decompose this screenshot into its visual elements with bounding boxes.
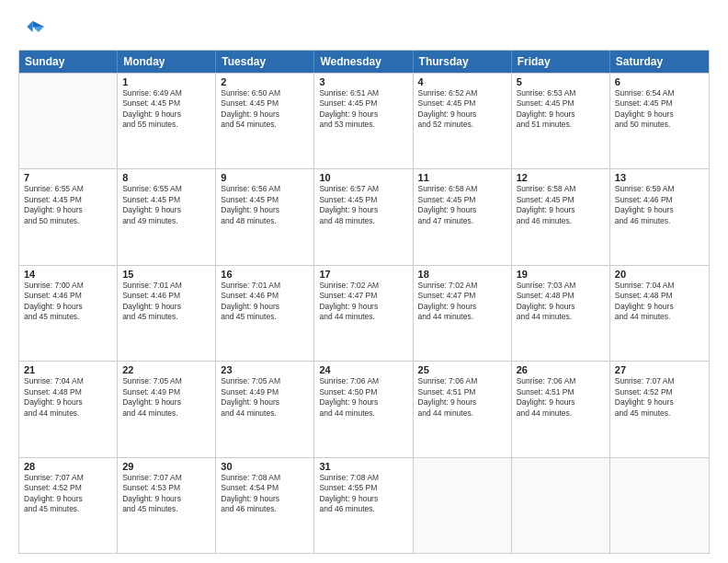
day-number: 20: [615, 269, 704, 280]
cell-info-line: and 45 minutes.: [615, 408, 704, 419]
cell-info-line: and 54 minutes.: [221, 120, 309, 130]
calendar-row-1: 1Sunrise: 6:49 AMSunset: 4:45 PMDaylight…: [19, 73, 709, 168]
cell-info-line: Sunset: 4:45 PM: [517, 195, 605, 205]
cell-info-line: Sunset: 4:51 PM: [517, 387, 605, 397]
day-number: 31: [319, 461, 407, 472]
cell-info-line: Sunrise: 6:53 AM: [517, 88, 605, 98]
cell-info-line: Sunrise: 7:07 AM: [24, 473, 112, 483]
cell-info-line: and 44 minutes.: [615, 312, 704, 322]
cell-info-line: Sunrise: 6:51 AM: [319, 88, 407, 98]
calendar-cell-r2-c5: 11Sunrise: 6:58 AMSunset: 4:45 PMDayligh…: [414, 169, 512, 264]
cell-info-line: Daylight: 9 hours: [615, 109, 704, 120]
cell-info-line: and 44 minutes.: [122, 408, 210, 419]
cell-info-line: Daylight: 9 hours: [319, 302, 407, 312]
calendar-cell-r4-c3: 23Sunrise: 7:05 AMSunset: 4:49 PMDayligh…: [216, 362, 314, 456]
cell-info-line: Sunset: 4:45 PM: [24, 195, 112, 205]
day-number: 17: [319, 269, 407, 280]
calendar-cell-r4-c6: 26Sunrise: 7:06 AMSunset: 4:51 PMDayligh…: [512, 362, 610, 456]
calendar-cell-r4-c4: 24Sunrise: 7:06 AMSunset: 4:50 PMDayligh…: [314, 362, 413, 456]
cell-info-line: Sunrise: 6:55 AM: [24, 184, 112, 194]
day-number: 10: [319, 172, 407, 183]
cell-info-line: Sunrise: 7:08 AM: [221, 473, 309, 483]
calendar-cell-r3-c2: 15Sunrise: 7:01 AMSunset: 4:46 PMDayligh…: [118, 266, 216, 361]
cell-info-line: and 45 minutes.: [122, 312, 210, 322]
cell-info-line: Sunrise: 7:04 AM: [615, 281, 704, 291]
calendar-row-4: 21Sunrise: 7:04 AMSunset: 4:48 PMDayligh…: [19, 361, 709, 456]
day-number: 9: [221, 172, 309, 183]
cell-info-line: Sunset: 4:46 PM: [24, 291, 112, 301]
calendar: SundayMondayTuesdayWednesdayThursdayFrid…: [18, 50, 710, 554]
calendar-cell-r2-c2: 8Sunrise: 6:55 AMSunset: 4:45 PMDaylight…: [118, 169, 216, 264]
cell-info-line: and 46 minutes.: [221, 504, 309, 514]
cell-info-line: Sunrise: 7:08 AM: [319, 473, 407, 483]
cell-info-line: Daylight: 9 hours: [221, 302, 309, 312]
calendar-cell-r2-c3: 9Sunrise: 6:56 AMSunset: 4:45 PMDaylight…: [216, 169, 314, 264]
cell-info-line: Sunset: 4:51 PM: [418, 387, 506, 397]
cell-info-line: and 44 minutes.: [517, 312, 605, 322]
cell-info-line: and 44 minutes.: [517, 408, 605, 419]
cell-info-line: Sunrise: 6:55 AM: [122, 184, 210, 194]
calendar-cell-r1-c5: 4Sunrise: 6:52 AMSunset: 4:45 PMDaylight…: [414, 74, 512, 168]
calendar-cell-r5-c7: [610, 458, 709, 553]
cell-info-line: Sunset: 4:45 PM: [122, 98, 210, 109]
cell-info-line: Daylight: 9 hours: [418, 302, 506, 312]
calendar-cell-r3-c1: 14Sunrise: 7:00 AMSunset: 4:46 PMDayligh…: [19, 266, 118, 361]
calendar-cell-r1-c7: 6Sunrise: 6:54 AMSunset: 4:45 PMDaylight…: [610, 74, 709, 168]
day-number: 25: [418, 364, 506, 375]
cell-info-line: Sunrise: 7:05 AM: [122, 376, 210, 386]
cell-info-line: Sunset: 4:49 PM: [122, 387, 210, 397]
day-number: 19: [517, 269, 605, 280]
day-number: 23: [221, 364, 309, 375]
weekday-header-monday: Monday: [118, 51, 216, 73]
cell-info-line: Sunrise: 6:49 AM: [122, 88, 210, 98]
calendar-cell-r2-c7: 13Sunrise: 6:59 AMSunset: 4:46 PMDayligh…: [610, 169, 709, 264]
day-number: 29: [122, 461, 210, 472]
cell-info-line: Daylight: 9 hours: [122, 302, 210, 312]
cell-info-line: Sunset: 4:45 PM: [418, 98, 506, 109]
cell-info-line: Daylight: 9 hours: [122, 494, 210, 504]
calendar-cell-r5-c4: 31Sunrise: 7:08 AMSunset: 4:55 PMDayligh…: [314, 458, 413, 553]
cell-info-line: Sunrise: 7:02 AM: [418, 281, 506, 291]
calendar-cell-r5-c2: 29Sunrise: 7:07 AMSunset: 4:53 PMDayligh…: [118, 458, 216, 553]
day-number: 8: [122, 172, 210, 183]
cell-info-line: Sunrise: 7:03 AM: [517, 281, 605, 291]
cell-info-line: Daylight: 9 hours: [517, 205, 605, 215]
cell-info-line: Sunset: 4:48 PM: [517, 291, 605, 301]
cell-info-line: Sunset: 4:53 PM: [122, 483, 210, 493]
day-number: 12: [517, 172, 605, 183]
calendar-cell-r2-c4: 10Sunrise: 6:57 AMSunset: 4:45 PMDayligh…: [314, 169, 413, 264]
cell-info-line: Daylight: 9 hours: [24, 302, 112, 312]
cell-info-line: Daylight: 9 hours: [221, 494, 309, 504]
cell-info-line: and 44 minutes.: [418, 408, 506, 419]
cell-info-line: and 53 minutes.: [319, 120, 407, 130]
header: [18, 17, 710, 42]
cell-info-line: Sunrise: 7:07 AM: [122, 473, 210, 483]
page: SundayMondayTuesdayWednesdayThursdayFrid…: [0, 0, 728, 563]
calendar-row-5: 28Sunrise: 7:07 AMSunset: 4:52 PMDayligh…: [19, 457, 709, 553]
calendar-cell-r1-c2: 1Sunrise: 6:49 AMSunset: 4:45 PMDaylight…: [118, 74, 216, 168]
cell-info-line: Sunset: 4:47 PM: [418, 291, 506, 301]
calendar-cell-r5-c5: [414, 458, 512, 553]
calendar-cell-r5-c6: [512, 458, 610, 553]
cell-info-line: Sunset: 4:46 PM: [615, 195, 704, 205]
cell-info-line: and 52 minutes.: [418, 120, 506, 130]
cell-info-line: and 51 minutes.: [517, 120, 605, 130]
cell-info-line: Sunset: 4:50 PM: [319, 387, 407, 397]
cell-info-line: Sunrise: 7:06 AM: [319, 376, 407, 386]
cell-info-line: Sunrise: 6:59 AM: [615, 184, 704, 194]
cell-info-line: Sunrise: 7:06 AM: [418, 376, 506, 386]
cell-info-line: and 44 minutes.: [319, 408, 407, 419]
day-number: 22: [122, 364, 210, 375]
cell-info-line: Sunset: 4:45 PM: [221, 98, 309, 109]
cell-info-line: Daylight: 9 hours: [122, 109, 210, 120]
cell-info-line: Sunset: 4:48 PM: [615, 291, 704, 301]
weekday-header-sunday: Sunday: [19, 51, 118, 73]
day-number: 15: [122, 269, 210, 280]
cell-info-line: Sunset: 4:46 PM: [122, 291, 210, 301]
day-number: 21: [24, 364, 112, 375]
cell-info-line: Sunset: 4:46 PM: [221, 291, 309, 301]
cell-info-line: Daylight: 9 hours: [418, 109, 506, 120]
cell-info-line: Daylight: 9 hours: [517, 109, 605, 120]
cell-info-line: Daylight: 9 hours: [24, 494, 112, 504]
calendar-cell-r1-c6: 5Sunrise: 6:53 AMSunset: 4:45 PMDaylight…: [512, 74, 610, 168]
